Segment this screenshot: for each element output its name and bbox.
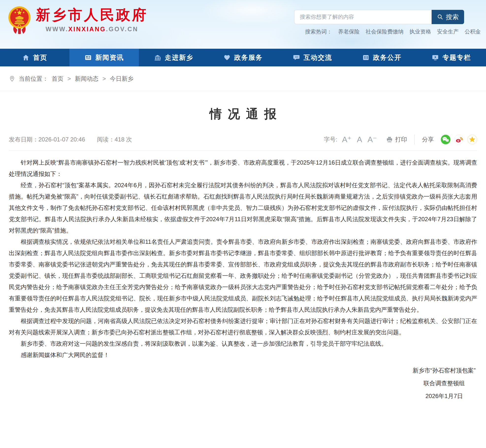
page: 新乡市人民政府 WWW.XINXIANG.GOV.CN 搜索 搜索热词： 养老保… [0, 0, 486, 448]
breadcrumb-label: 当前位置： [19, 75, 48, 83]
star-icon [467, 135, 477, 144]
home-icon [22, 54, 30, 61]
hotword-link[interactable]: 公积金 [465, 28, 481, 35]
government-building-icon [154, 54, 161, 61]
signature-line: 新乡市“孙石窑村顶包案” [413, 364, 476, 377]
nav-item-home[interactable]: 首页 [0, 49, 69, 66]
search-input[interactable] [294, 10, 432, 24]
nav-item-label: 专题专栏 [442, 53, 471, 62]
share-qzone-button[interactable] [467, 135, 477, 144]
nav-item-label: 新闻资讯 [95, 53, 124, 62]
chat-bubble-icon [293, 54, 300, 61]
nav-item-services[interactable]: 政务服务 [208, 49, 278, 66]
breadcrumb-item-news[interactable]: 新闻动态 [75, 75, 98, 83]
article-signature: 新乡市“孙石窑村顶包案” 联合调查整顿组 2026年1月7日 [413, 364, 476, 402]
hotword-link[interactable]: 执业资格 [409, 28, 431, 35]
nav-item-disclosure[interactable]: 政务公开 [347, 49, 417, 66]
printer-icon [386, 136, 393, 143]
print-button[interactable]: 打印 [386, 136, 407, 143]
share-label: 分享 [422, 136, 434, 143]
share-wechat-button[interactable] [441, 135, 451, 144]
print-label: 打印 [395, 136, 407, 143]
nav-item-label: 互动交流 [304, 53, 332, 62]
hotword-link[interactable]: 养老保险 [338, 28, 360, 35]
heart-icon [223, 54, 231, 61]
article-paragraph: 根据调查过程中发现的问题，河南省高级人民法院已依法决定对孙石窑村债务纠纷案进行提… [9, 315, 477, 338]
publish-date: 发布日期：2026-01-07 20:46 [9, 136, 85, 143]
location-pin-icon [9, 76, 15, 82]
weibo-icon [454, 135, 464, 144]
article-toolbar: 字号: A⁺ A A⁻ 打印 分享 [324, 135, 477, 144]
article-paragraph: 根据调查核实情况，依规依纪依法对相关单位和11名责任人严肃追责问责。责令辉县市委… [9, 236, 477, 315]
read-count: 阅读：418 次 [97, 136, 132, 143]
font-increase-button[interactable]: A⁺ [342, 136, 351, 143]
breadcrumb-separator: > [67, 75, 71, 82]
brand: 新乡市人民政府 WWW.XINXIANG.GOV.CN [8, 5, 148, 34]
search-hotwords: 搜索热词： 养老保险 社会保险费缴纳 执业资格 安全生产 公积金 [294, 28, 464, 35]
site-name: 新乡市人民政府 [36, 5, 148, 24]
nav-item-label: 政务服务 [234, 53, 263, 62]
article: 情况通报 发布日期：2026-01-07 20:46 阅读：418 次 字号: … [0, 106, 486, 412]
signature-line: 联合调查整顿组 [413, 377, 476, 390]
article-meta-row: 发布日期：2026-01-07 20:46 阅读：418 次 字号: A⁺ A … [9, 135, 477, 151]
nav-item-label: 走进新乡 [165, 53, 193, 62]
nav-item-special-topics[interactable]: 专题专栏 [417, 49, 486, 66]
article-title: 情况通报 [9, 106, 477, 122]
hotwords-label: 搜索热词： [305, 28, 332, 35]
fontsize-label: 字号: [324, 136, 338, 143]
screen-icon [432, 54, 439, 61]
font-reset-button[interactable]: A [357, 136, 362, 143]
wechat-icon [441, 135, 451, 144]
nav-item-interaction[interactable]: 互动交流 [278, 49, 347, 66]
share-weibo-button[interactable] [454, 135, 464, 144]
national-emblem-logo [8, 5, 31, 34]
article-paragraph: 针对网上反映“辉县市南寨镇孙石窑村一智力残疾村民被‘顶包’成‘村支书’”，新乡市… [9, 157, 477, 180]
search-row: 搜索 [294, 10, 464, 24]
newspaper-icon [84, 54, 92, 61]
nav-item-label: 首页 [33, 53, 47, 62]
article-meta-left: 发布日期：2026-01-07 20:46 阅读：418 次 [9, 136, 144, 143]
article-body: 针对网上反映“辉县市南寨镇孙石窑村一智力残疾村民被‘顶包’成‘村支书’”，新乡市… [9, 157, 477, 361]
site-url-www: WWW. [46, 26, 68, 32]
font-decrease-button[interactable]: A⁻ [368, 136, 377, 143]
search-area: 搜索 搜索热词： 养老保险 社会保险费缴纳 执业资格 安全生产 公积金 [294, 10, 464, 35]
site-url-tld: .GOV.CN [106, 26, 138, 32]
site-url: WWW.XINXIANG.GOV.CN [36, 26, 148, 33]
breadcrumb: 当前位置： 首页 > 新闻动态 > 今日新乡 [0, 66, 486, 91]
nav-item-label: 政务公开 [373, 53, 402, 62]
document-icon [362, 54, 370, 61]
breadcrumb-item-current: 今日新乡 [110, 75, 133, 83]
toolbar-divider [414, 135, 415, 144]
breadcrumb-item-home[interactable]: 首页 [52, 75, 64, 83]
signature-line: 2026年1月7日 [413, 390, 476, 402]
site-url-domain: XINXIANG [68, 26, 106, 32]
hotword-link[interactable]: 安全生产 [437, 28, 459, 35]
breadcrumb-separator: > [102, 75, 106, 82]
hotword-link[interactable]: 社会保险费缴纳 [366, 28, 404, 35]
article-paragraph: 新乡市委、市政府对这一问题的发生深感自责，将深刻汲取教训，以案为鉴、认真整改，进… [9, 338, 477, 349]
site-header: 新乡市人民政府 WWW.XINXIANG.GOV.CN 搜索 搜索热词： 养老保… [0, 0, 486, 49]
main-nav: 首页 新闻资讯 走进新乡 [0, 49, 486, 66]
article-paragraph: 感谢新闻媒体和广大网民的监督！ [9, 349, 477, 361]
nav-item-enter-xinxiang[interactable]: 走进新乡 [139, 49, 208, 66]
search-icon [437, 14, 443, 20]
nav-item-news[interactable]: 新闻资讯 [69, 49, 139, 66]
brand-text: 新乡市人民政府 WWW.XINXIANG.GOV.CN [36, 5, 148, 33]
article-paragraph: 经查，孙石窑村“顶包”案基本属实。2024年6月，因孙石窑村未完全履行法院对其债… [9, 180, 477, 236]
search-button[interactable]: 搜索 [432, 10, 464, 24]
search-button-label: 搜索 [446, 13, 459, 21]
